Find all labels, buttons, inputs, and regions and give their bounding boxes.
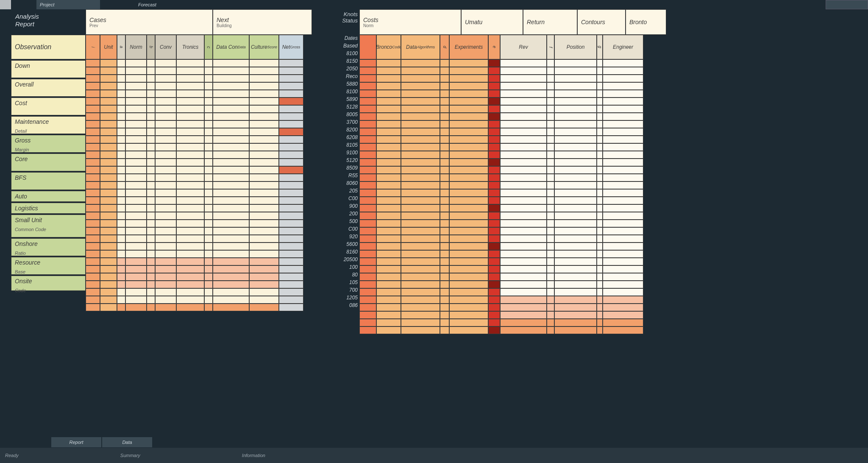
gp-right-cell-0-0[interactable] xyxy=(359,59,376,67)
gp-right-cell-10-2[interactable] xyxy=(401,136,440,143)
gp-right-cell-30-4[interactable] xyxy=(449,288,488,296)
gp-right-cell-26-1[interactable] xyxy=(376,258,401,265)
gp-right-cell-18-9[interactable] xyxy=(597,197,603,204)
gp-left-cell-23-6[interactable] xyxy=(176,235,204,243)
gp-left-cell-24-5[interactable] xyxy=(155,243,176,250)
gp-left-cell-26-7[interactable] xyxy=(204,258,213,265)
gp-right-cell-29-10[interactable] xyxy=(603,281,643,288)
gp-right-cell-8-1[interactable] xyxy=(376,120,401,128)
gp-right-cell-13-0[interactable] xyxy=(359,159,376,166)
gp-right-cell-32-8[interactable] xyxy=(554,304,597,311)
gp-left-cell-2-4[interactable] xyxy=(147,75,155,82)
gp-left-cell-18-5[interactable] xyxy=(155,197,176,204)
gp-right-cell-1-5[interactable] xyxy=(488,67,500,75)
gp-left-cell-6-9[interactable] xyxy=(249,105,279,113)
gp-right-cell-24-7[interactable] xyxy=(547,243,554,250)
gp-right-cell-33-7[interactable] xyxy=(547,311,554,319)
gp-right-cell-21-0[interactable] xyxy=(359,220,376,227)
gp-right-cell-21-10[interactable] xyxy=(603,220,643,227)
gp-left-cell-6-4[interactable] xyxy=(147,105,155,113)
gp-right-cell-19-3[interactable] xyxy=(440,204,449,212)
gp-left-cell-1-1[interactable] xyxy=(100,67,117,75)
gp-right-cell-12-10[interactable] xyxy=(603,151,643,159)
gp-left-cell-16-10[interactable] xyxy=(279,181,303,189)
gp-right-cell-17-10[interactable] xyxy=(603,189,643,197)
gp-left-cell-2-1[interactable] xyxy=(100,75,117,82)
gp-right-cell-3-8[interactable] xyxy=(554,82,597,90)
gp-right-cell-4-0[interactable] xyxy=(359,90,376,98)
gp-right-cell-35-0[interactable] xyxy=(359,326,376,334)
gp-left-cell-15-8[interactable] xyxy=(213,174,249,181)
gp-right-col-2[interactable]: DataAlgorithms xyxy=(401,35,440,59)
gp-left-cell-1-10[interactable] xyxy=(279,67,303,75)
gp-right-cell-18-6[interactable] xyxy=(500,197,547,204)
gp-right-cell-26-10[interactable] xyxy=(603,258,643,265)
gp-left-cell-32-10[interactable] xyxy=(279,304,303,311)
gp-left-cell-8-1[interactable] xyxy=(100,120,117,128)
gp-left-cell-1-7[interactable] xyxy=(204,67,213,75)
gp-left-cell-23-5[interactable] xyxy=(155,235,176,243)
gp-left-cell-15-4[interactable] xyxy=(147,174,155,181)
gp-left-cell-11-6[interactable] xyxy=(176,143,204,151)
gp-left-cell-31-9[interactable] xyxy=(249,296,279,304)
gp-right-cell-28-6[interactable] xyxy=(500,273,547,281)
gp-right-cell-0-9[interactable] xyxy=(597,59,603,67)
gp-right-col-1[interactable]: BroncoCode xyxy=(376,35,401,59)
gp-right-cell-13-8[interactable] xyxy=(554,159,597,166)
gp-left-cell-31-1[interactable] xyxy=(100,296,117,304)
gp-right-cell-35-1[interactable] xyxy=(376,326,401,334)
gp-right-cell-29-8[interactable] xyxy=(554,281,597,288)
gp-left-cell-4-1[interactable] xyxy=(100,90,117,98)
gp-left-cell-9-6[interactable] xyxy=(176,128,204,136)
gp-right-cell-21-3[interactable] xyxy=(440,220,449,227)
gp-right-cell-15-9[interactable] xyxy=(597,174,603,181)
gp-right-cell-10-0[interactable] xyxy=(359,136,376,143)
gp-left-cell-0-6[interactable] xyxy=(176,59,204,67)
gp-right-cell-35-3[interactable] xyxy=(440,326,449,334)
gp-left-cell-30-5[interactable] xyxy=(155,288,176,296)
gp-right-cell-24-10[interactable] xyxy=(603,243,643,250)
gp-right-cell-15-4[interactable] xyxy=(449,174,488,181)
gp-left-cell-21-10[interactable] xyxy=(279,220,303,227)
gp-left-cell-3-6[interactable] xyxy=(176,82,204,90)
gp-right-cell-24-8[interactable] xyxy=(554,243,597,250)
gp-left-cell-6-0[interactable] xyxy=(86,105,100,113)
gp-left-cell-27-4[interactable] xyxy=(147,265,155,273)
gp-right-cell-32-0[interactable] xyxy=(359,304,376,311)
gp-right-cell-34-0[interactable] xyxy=(359,319,376,326)
gp-left-cell-13-9[interactable] xyxy=(249,159,279,166)
gp-left-cell-21-2[interactable] xyxy=(117,220,125,227)
gp-right-cell-29-6[interactable] xyxy=(500,281,547,288)
gp-right-cell-10-8[interactable] xyxy=(554,136,597,143)
gp-left-cell-21-9[interactable] xyxy=(249,220,279,227)
gp-right-cell-3-4[interactable] xyxy=(449,82,488,90)
gp-right-cell-34-3[interactable] xyxy=(440,319,449,326)
gp-left-cell-21-4[interactable] xyxy=(147,220,155,227)
gp-right-cell-10-1[interactable] xyxy=(376,136,401,143)
gp-left-cell-7-6[interactable] xyxy=(176,113,204,120)
gp-left-cell-24-0[interactable] xyxy=(86,243,100,250)
gp-right-cell-23-2[interactable] xyxy=(401,235,440,243)
gp-right-cell-15-7[interactable] xyxy=(547,174,554,181)
gp-left-cell-23-3[interactable] xyxy=(125,235,147,243)
gp-right-cell-14-4[interactable] xyxy=(449,166,488,174)
gp-left-cell-27-8[interactable] xyxy=(213,265,249,273)
gp-right-cell-13-5[interactable] xyxy=(488,159,500,166)
gp-right-cell-18-5[interactable] xyxy=(488,197,500,204)
gp-right-cell-4-1[interactable] xyxy=(376,90,401,98)
gp-right-cell-29-0[interactable] xyxy=(359,281,376,288)
gp-right-cell-7-9[interactable] xyxy=(597,113,603,120)
gp-right-cell-9-2[interactable] xyxy=(401,128,440,136)
gp-left-cell-14-6[interactable] xyxy=(176,166,204,174)
gp-left-cell-8-3[interactable] xyxy=(125,120,147,128)
gp-left-cell-12-3[interactable] xyxy=(125,151,147,159)
gp-left-cell-14-2[interactable] xyxy=(117,166,125,174)
gp-right-col-9[interactable]: g xyxy=(597,35,603,59)
gp-right-cell-33-5[interactable] xyxy=(488,311,500,319)
gp-right-cell-9-3[interactable] xyxy=(440,128,449,136)
gp-left-cell-23-1[interactable] xyxy=(100,235,117,243)
gp-left-cell-17-5[interactable] xyxy=(155,189,176,197)
gp-right-cell-16-6[interactable] xyxy=(500,181,547,189)
gp-left-cell-0-8[interactable] xyxy=(213,59,249,67)
gp-right-cell-28-4[interactable] xyxy=(449,273,488,281)
